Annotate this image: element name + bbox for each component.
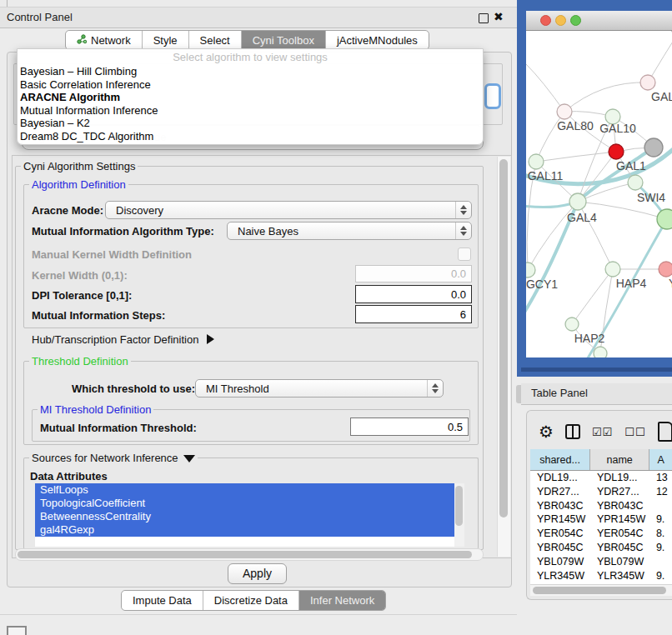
mi-type-value: Naive Bayes xyxy=(228,225,455,238)
table-cell: YBR043C xyxy=(590,499,649,513)
settings-horizontal-scrollbar-thumb[interactable] xyxy=(18,551,472,558)
network-node[interactable] xyxy=(605,262,620,277)
tab-style[interactable]: Style xyxy=(143,31,189,49)
mi-type-combo[interactable]: Naive Bayes xyxy=(227,222,472,240)
apply-button[interactable]: Apply xyxy=(228,563,287,584)
corner-button[interactable] xyxy=(7,626,27,635)
network-edge[interactable] xyxy=(648,31,672,82)
network-node[interactable] xyxy=(565,318,579,331)
network-canvas[interactable]: GALGAL80GAL10GAL1GAL11SWI4GAL4GCY1HAP4YH… xyxy=(526,31,672,358)
checked-boxes-icon[interactable]: ☑☑ xyxy=(592,426,613,438)
network-window-titlebar[interactable] xyxy=(526,11,672,31)
gear-icon[interactable]: ⚙ xyxy=(539,423,554,440)
table-row[interactable]: YBR045CYBR045C9. xyxy=(530,541,672,555)
mi-steps-label: Mutual Information Steps: xyxy=(32,309,165,322)
dpi-tolerance-label: DPI Tolerance [0,1]: xyxy=(32,289,132,302)
mi-steps-input[interactable] xyxy=(355,305,472,323)
tab-discretize-data[interactable]: Discretize Data xyxy=(203,591,299,610)
settings-vertical-scrollbar-thumb[interactable] xyxy=(499,159,508,518)
dpi-tolerance-input[interactable] xyxy=(355,285,472,303)
node-table: shared... name A YDL19...YDL19...13YDR27… xyxy=(530,449,672,584)
network-edge[interactable] xyxy=(572,269,613,324)
table-horizontal-scrollbar-thumb[interactable] xyxy=(533,587,666,594)
table-row[interactable]: YDR27...YDR27...12 xyxy=(530,485,672,499)
network-edge[interactable] xyxy=(536,152,616,162)
network-node[interactable] xyxy=(644,138,663,157)
table-row[interactable]: YDL19...YDL19...13 xyxy=(530,471,672,485)
column-header-shared[interactable]: shared... xyxy=(530,449,590,470)
data-attribute-item[interactable]: gal4RGexp xyxy=(35,523,464,537)
network-node-label: Y xyxy=(669,277,672,290)
table-rows: YDL19...YDL19...13YDR27...YDR27...12YBR0… xyxy=(530,471,672,584)
network-edge[interactable] xyxy=(564,82,648,112)
algorithm-option[interactable]: Dream8 DC_TDC Algorithm xyxy=(18,130,483,143)
attributes-scrollbar[interactable] xyxy=(454,483,464,547)
close-icon[interactable]: ✖ xyxy=(494,10,504,23)
algorithm-option[interactable]: Bayesian – K2 xyxy=(18,117,483,130)
tab-infer-network[interactable]: Infer Network xyxy=(299,591,385,610)
table-cell: YPR145W xyxy=(530,512,590,527)
algorithm-option[interactable]: Bayesian – Hill Climbing xyxy=(18,65,483,78)
attributes-scrollbar-thumb[interactable] xyxy=(455,486,463,526)
minimize-traffic-light-icon[interactable] xyxy=(555,15,566,26)
settings-horizontal-scrollbar[interactable] xyxy=(15,548,484,561)
document-icon[interactable] xyxy=(658,422,672,442)
network-edge[interactable] xyxy=(526,64,564,112)
table-row[interactable]: YBR043CYBR043C xyxy=(530,499,672,513)
tab-discretize-data-label: Discretize Data xyxy=(214,594,288,607)
threshold-definition-title: Threshold Definition xyxy=(29,355,131,368)
table-row[interactable]: YBL079WYBL079W xyxy=(530,555,672,569)
network-edge[interactable] xyxy=(526,204,569,208)
algorithm-dropdown-popup: Select algorithm to view settings Bayesi… xyxy=(17,48,484,145)
network-node[interactable] xyxy=(657,209,672,229)
table-cell: YLR345W xyxy=(590,569,649,583)
table-row[interactable]: YER054CYER054C8. xyxy=(530,527,672,541)
table-row[interactable]: YLR345WYLR345W9. xyxy=(530,569,672,583)
combo-arrows-icon xyxy=(455,202,471,218)
unchecked-boxes-icon[interactable]: ☐☐ xyxy=(624,426,645,438)
network-node[interactable] xyxy=(569,193,586,210)
tab-impute-data[interactable]: Impute Data xyxy=(122,591,203,610)
tab-network[interactable]: Network xyxy=(66,31,143,49)
table-panel-titlebar: Table Panel xyxy=(521,383,672,405)
tab-cyni-toolbox[interactable]: Cyni Toolbox xyxy=(242,31,326,49)
aracne-mode-combo[interactable]: Discovery xyxy=(105,201,472,219)
mi-threshold-definition-title: MI Threshold Definition xyxy=(38,403,153,416)
algorithm-option[interactable]: Basic Correlation Inference xyxy=(18,78,483,92)
settings-vertical-scrollbar[interactable] xyxy=(497,157,510,557)
algorithm-combo-focused-arrow[interactable] xyxy=(484,83,501,109)
column-header-third[interactable]: A xyxy=(649,449,672,470)
algorithm-option[interactable]: Mutual Information Inference xyxy=(18,104,483,118)
column-header-name[interactable]: name xyxy=(590,449,649,470)
hub-definition-expander[interactable]: Hub/Transcription Factor Definition xyxy=(32,333,214,346)
network-node-label: HAP4 xyxy=(616,277,647,290)
network-node[interactable] xyxy=(628,175,643,190)
network-node[interactable] xyxy=(529,154,544,169)
control-panel-title: Control Panel xyxy=(7,11,73,23)
network-node[interactable] xyxy=(659,262,672,277)
which-threshold-combo[interactable]: MI Threshold xyxy=(195,379,444,398)
tab-infer-network-label: Infer Network xyxy=(310,594,374,607)
table-row[interactable]: YPR145WYPR145W9. xyxy=(530,512,672,527)
cyni-bottom-tabbar: Impute Data Discretize Data Infer Networ… xyxy=(121,590,386,611)
close-traffic-light-icon[interactable] xyxy=(540,15,551,26)
mi-threshold-input[interactable] xyxy=(350,418,469,436)
manual-kernel-checkbox[interactable] xyxy=(458,248,471,261)
network-node[interactable] xyxy=(640,75,655,90)
table-horizontal-scrollbar[interactable] xyxy=(530,584,672,596)
network-node[interactable] xyxy=(594,347,607,358)
zoom-traffic-light-icon[interactable] xyxy=(570,15,581,26)
float-icon[interactable] xyxy=(479,13,489,23)
data-attribute-item[interactable]: TopologicalCoefficient xyxy=(35,497,464,510)
network-node[interactable] xyxy=(557,104,572,119)
sources-title-text: Sources for Network Inference xyxy=(32,452,178,464)
data-attribute-item[interactable]: BetweennessCentrality xyxy=(35,510,464,523)
network-node[interactable] xyxy=(526,262,535,278)
network-node[interactable] xyxy=(609,144,624,159)
kernel-width-input[interactable] xyxy=(355,265,472,282)
data-attribute-item[interactable]: SelfLoops xyxy=(35,483,464,497)
algorithm-option[interactable]: ARACNE Algorithm xyxy=(18,91,483,104)
split-columns-icon[interactable] xyxy=(565,424,580,439)
tab-select[interactable]: Select xyxy=(189,31,242,49)
tab-jactivemnodules[interactable]: jActiveMNodules xyxy=(326,31,429,49)
